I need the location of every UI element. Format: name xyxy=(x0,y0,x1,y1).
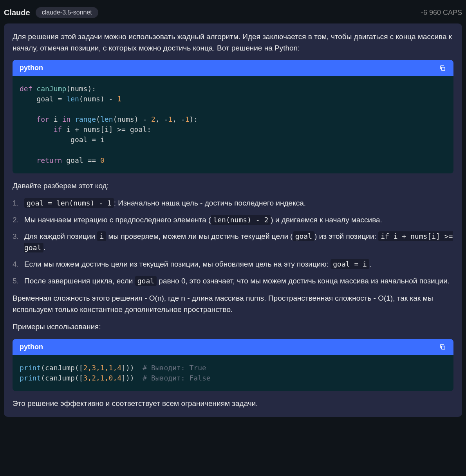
inline-code: goal xyxy=(135,276,157,286)
list-item: goal = len(nums) - 1: Изначально наша це… xyxy=(13,198,453,209)
app-title: Claude xyxy=(4,8,30,17)
inline-code: goal xyxy=(293,231,314,241)
explain-intro: Давайте разберем этот код: xyxy=(13,180,453,192)
code-language-label: python xyxy=(20,64,43,72)
caps-counter: -6 960 CAPS xyxy=(421,9,462,17)
svg-rect-1 xyxy=(442,346,445,349)
examples-intro: Примеры использования: xyxy=(13,321,453,333)
code-language-label: python xyxy=(20,343,43,351)
code-block-2: python print(canJump([2,3,1,1,4])) # Выв… xyxy=(13,339,453,391)
copy-button[interactable] xyxy=(439,64,446,72)
list-item: Для каждой позиции i мы проверяем, можем… xyxy=(13,231,453,253)
chat-header: Claude claude-3.5-sonnet -6 960 CAPS xyxy=(4,4,462,23)
list-item: Если мы можем достичь цели из текущей по… xyxy=(13,259,453,270)
list-item: После завершения цикла, если goal равно … xyxy=(13,276,453,287)
code-header: python xyxy=(13,339,453,355)
inline-code: goal = i xyxy=(331,259,369,269)
outro-paragraph: Это решение эффективно и соответствует в… xyxy=(13,398,453,409)
inline-code: i xyxy=(97,231,106,241)
code-body[interactable]: def canJump(nums): goal = len(nums) - 1 … xyxy=(13,76,453,173)
list-item: Мы начинаем итерацию с предпоследнего эл… xyxy=(13,215,453,226)
code-header: python xyxy=(13,60,453,76)
complexity-paragraph: Временная сложность этого решения - O(n)… xyxy=(13,293,453,315)
assistant-message: Для решения этой задачи можно использова… xyxy=(4,23,462,417)
intro-paragraph: Для решения этой задачи можно использова… xyxy=(13,31,453,54)
code-body[interactable]: print(canJump([2,3,1,1,4])) # Выводит: T… xyxy=(13,355,453,391)
copy-icon xyxy=(439,65,446,72)
svg-rect-0 xyxy=(442,67,445,70)
model-badge[interactable]: claude-3.5-sonnet xyxy=(36,7,98,18)
code-block-1: python def canJump(nums): goal = len(num… xyxy=(13,60,453,173)
inline-code: len(nums) - 2 xyxy=(211,215,271,225)
header-left: Claude claude-3.5-sonnet xyxy=(4,7,98,18)
copy-button[interactable] xyxy=(439,343,446,351)
copy-icon xyxy=(439,343,446,350)
inline-code: goal = len(nums) - 1 xyxy=(24,198,114,208)
explanation-list: goal = len(nums) - 1: Изначально наша це… xyxy=(13,198,453,287)
